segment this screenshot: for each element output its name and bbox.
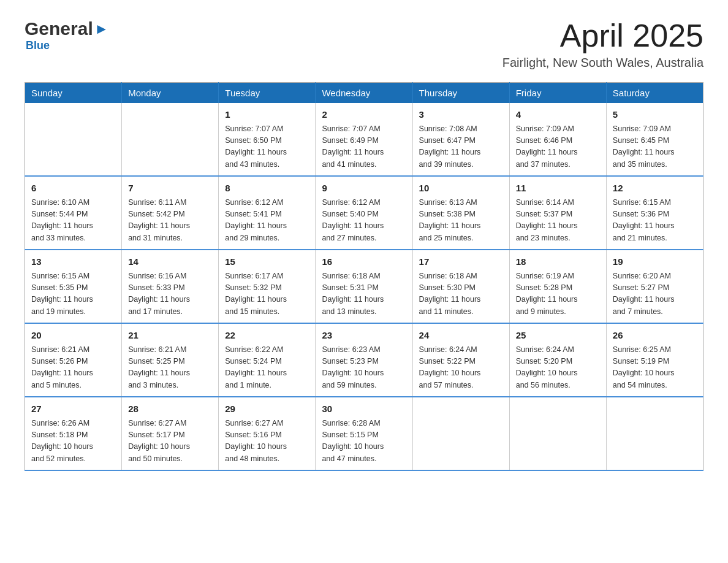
calendar-cell: 29Sunrise: 6:27 AM Sunset: 5:16 PM Dayli… xyxy=(219,397,316,470)
day-info: Sunrise: 6:12 AM Sunset: 5:40 PM Dayligh… xyxy=(322,197,406,245)
calendar-cell: 10Sunrise: 6:13 AM Sunset: 5:38 PM Dayli… xyxy=(412,176,509,250)
day-info: Sunrise: 6:11 AM Sunset: 5:42 PM Dayligh… xyxy=(128,197,212,245)
day-number: 23 xyxy=(322,329,406,343)
day-number: 19 xyxy=(613,255,697,269)
title-area: April 2025 Fairlight, New South Wales, A… xyxy=(502,18,703,70)
day-info: Sunrise: 6:26 AM Sunset: 5:18 PM Dayligh… xyxy=(31,418,115,465)
logo-general-text: General xyxy=(25,18,93,39)
day-number: 10 xyxy=(419,182,503,196)
calendar-cell: 14Sunrise: 6:16 AM Sunset: 5:33 PM Dayli… xyxy=(122,250,219,323)
day-number: 14 xyxy=(128,255,212,269)
weekday-header-sunday: Sunday xyxy=(25,83,122,104)
day-info: Sunrise: 6:13 AM Sunset: 5:38 PM Dayligh… xyxy=(419,197,503,245)
week-row-5: 27Sunrise: 6:26 AM Sunset: 5:18 PM Dayli… xyxy=(25,397,703,470)
weekday-header-wednesday: Wednesday xyxy=(316,83,412,104)
logo: General ► Blue xyxy=(25,18,109,52)
day-number: 30 xyxy=(322,402,406,416)
calendar-cell: 17Sunrise: 6:18 AM Sunset: 5:30 PM Dayli… xyxy=(412,250,509,323)
day-number: 15 xyxy=(225,255,309,269)
day-number: 12 xyxy=(613,182,697,196)
calendar-cell: 13Sunrise: 6:15 AM Sunset: 5:35 PM Dayli… xyxy=(25,250,122,323)
day-info: Sunrise: 6:10 AM Sunset: 5:44 PM Dayligh… xyxy=(31,197,115,245)
week-row-4: 20Sunrise: 6:21 AM Sunset: 5:26 PM Dayli… xyxy=(25,323,703,397)
weekday-header-tuesday: Tuesday xyxy=(219,83,316,104)
day-number: 27 xyxy=(31,402,115,416)
day-info: Sunrise: 6:21 AM Sunset: 5:25 PM Dayligh… xyxy=(128,344,212,392)
day-info: Sunrise: 6:24 AM Sunset: 5:20 PM Dayligh… xyxy=(516,344,600,392)
calendar-cell: 1Sunrise: 7:07 AM Sunset: 6:50 PM Daylig… xyxy=(219,103,316,176)
calendar-cell xyxy=(412,397,509,470)
day-number: 28 xyxy=(128,402,212,416)
calendar-cell: 8Sunrise: 6:12 AM Sunset: 5:41 PM Daylig… xyxy=(219,176,316,250)
day-number: 13 xyxy=(31,255,115,269)
calendar-cell: 22Sunrise: 6:22 AM Sunset: 5:24 PM Dayli… xyxy=(219,323,316,397)
day-number: 17 xyxy=(419,255,503,269)
day-info: Sunrise: 6:19 AM Sunset: 5:28 PM Dayligh… xyxy=(516,270,600,318)
day-number: 11 xyxy=(516,182,600,196)
day-number: 21 xyxy=(128,329,212,343)
day-info: Sunrise: 6:24 AM Sunset: 5:22 PM Dayligh… xyxy=(419,344,503,392)
day-info: Sunrise: 6:21 AM Sunset: 5:26 PM Dayligh… xyxy=(31,344,115,392)
calendar-cell: 3Sunrise: 7:08 AM Sunset: 6:47 PM Daylig… xyxy=(412,103,509,176)
day-number: 6 xyxy=(31,182,115,196)
day-number: 24 xyxy=(419,329,503,343)
day-info: Sunrise: 6:18 AM Sunset: 5:30 PM Dayligh… xyxy=(419,270,503,318)
calendar-cell: 24Sunrise: 6:24 AM Sunset: 5:22 PM Dayli… xyxy=(412,323,509,397)
weekday-header-saturday: Saturday xyxy=(606,83,703,104)
day-number: 2 xyxy=(322,108,406,122)
day-info: Sunrise: 6:25 AM Sunset: 5:19 PM Dayligh… xyxy=(613,344,697,392)
day-number: 7 xyxy=(128,182,212,196)
day-number: 9 xyxy=(322,182,406,196)
day-number: 25 xyxy=(516,329,600,343)
day-info: Sunrise: 7:09 AM Sunset: 6:45 PM Dayligh… xyxy=(613,123,697,171)
weekday-header-thursday: Thursday xyxy=(412,83,509,104)
day-info: Sunrise: 6:20 AM Sunset: 5:27 PM Dayligh… xyxy=(613,270,697,318)
calendar-cell: 20Sunrise: 6:21 AM Sunset: 5:26 PM Dayli… xyxy=(25,323,122,397)
day-number: 16 xyxy=(322,255,406,269)
calendar-cell: 11Sunrise: 6:14 AM Sunset: 5:37 PM Dayli… xyxy=(509,176,606,250)
day-number: 4 xyxy=(516,108,600,122)
day-number: 22 xyxy=(225,329,309,343)
day-info: Sunrise: 6:15 AM Sunset: 5:36 PM Dayligh… xyxy=(613,197,697,245)
day-number: 26 xyxy=(613,329,697,343)
day-number: 5 xyxy=(613,108,697,122)
calendar-cell: 26Sunrise: 6:25 AM Sunset: 5:19 PM Dayli… xyxy=(606,323,703,397)
week-row-1: 1Sunrise: 7:07 AM Sunset: 6:50 PM Daylig… xyxy=(25,103,703,176)
day-number: 18 xyxy=(516,255,600,269)
weekday-header-friday: Friday xyxy=(509,83,606,104)
day-number: 1 xyxy=(225,108,309,122)
calendar-cell: 2Sunrise: 7:07 AM Sunset: 6:49 PM Daylig… xyxy=(316,103,412,176)
calendar-cell: 9Sunrise: 6:12 AM Sunset: 5:40 PM Daylig… xyxy=(316,176,412,250)
calendar-table: SundayMondayTuesdayWednesdayThursdayFrid… xyxy=(25,82,703,471)
day-info: Sunrise: 6:12 AM Sunset: 5:41 PM Dayligh… xyxy=(225,197,309,245)
logo-arrow-icon: ► xyxy=(94,21,109,36)
day-info: Sunrise: 6:14 AM Sunset: 5:37 PM Dayligh… xyxy=(516,197,600,245)
calendar-cell: 28Sunrise: 6:27 AM Sunset: 5:17 PM Dayli… xyxy=(122,397,219,470)
day-info: Sunrise: 7:09 AM Sunset: 6:46 PM Dayligh… xyxy=(516,123,600,171)
day-number: 3 xyxy=(419,108,503,122)
calendar-cell: 21Sunrise: 6:21 AM Sunset: 5:25 PM Dayli… xyxy=(122,323,219,397)
weekday-header-monday: Monday xyxy=(122,83,219,104)
week-row-2: 6Sunrise: 6:10 AM Sunset: 5:44 PM Daylig… xyxy=(25,176,703,250)
day-info: Sunrise: 6:17 AM Sunset: 5:32 PM Dayligh… xyxy=(225,270,309,318)
calendar-cell xyxy=(25,103,122,176)
calendar-cell: 23Sunrise: 6:23 AM Sunset: 5:23 PM Dayli… xyxy=(316,323,412,397)
day-info: Sunrise: 6:18 AM Sunset: 5:31 PM Dayligh… xyxy=(322,270,406,318)
day-info: Sunrise: 6:15 AM Sunset: 5:35 PM Dayligh… xyxy=(31,270,115,318)
week-row-3: 13Sunrise: 6:15 AM Sunset: 5:35 PM Dayli… xyxy=(25,250,703,323)
calendar-cell: 30Sunrise: 6:28 AM Sunset: 5:15 PM Dayli… xyxy=(316,397,412,470)
location-subtitle: Fairlight, New South Wales, Australia xyxy=(502,56,703,70)
day-info: Sunrise: 7:07 AM Sunset: 6:50 PM Dayligh… xyxy=(225,123,309,171)
calendar-cell: 4Sunrise: 7:09 AM Sunset: 6:46 PM Daylig… xyxy=(509,103,606,176)
calendar-cell: 12Sunrise: 6:15 AM Sunset: 5:36 PM Dayli… xyxy=(606,176,703,250)
day-info: Sunrise: 6:23 AM Sunset: 5:23 PM Dayligh… xyxy=(322,344,406,392)
calendar-cell: 6Sunrise: 6:10 AM Sunset: 5:44 PM Daylig… xyxy=(25,176,122,250)
calendar-cell xyxy=(509,397,606,470)
day-info: Sunrise: 6:28 AM Sunset: 5:15 PM Dayligh… xyxy=(322,418,406,465)
weekday-header-row: SundayMondayTuesdayWednesdayThursdayFrid… xyxy=(25,83,703,104)
calendar-cell: 16Sunrise: 6:18 AM Sunset: 5:31 PM Dayli… xyxy=(316,250,412,323)
calendar-cell xyxy=(606,397,703,470)
day-info: Sunrise: 6:27 AM Sunset: 5:16 PM Dayligh… xyxy=(225,418,309,465)
calendar-cell: 27Sunrise: 6:26 AM Sunset: 5:18 PM Dayli… xyxy=(25,397,122,470)
day-number: 29 xyxy=(225,402,309,416)
